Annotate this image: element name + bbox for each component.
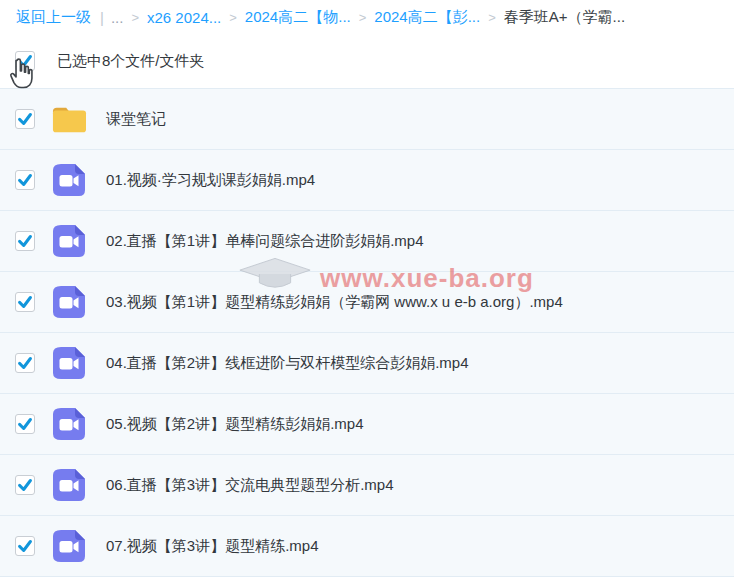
video-file-icon <box>48 162 90 198</box>
file-row[interactable]: 03.视频【第1讲】题型精练彭娟娟（学霸网 www.x u e-b a.org）… <box>0 272 734 333</box>
file-name: 03.视频【第1讲】题型精练彭娟娟（学霸网 www.x u e-b a.org）… <box>106 293 563 312</box>
checkmark-icon <box>16 52 34 70</box>
file-name: 07.视频【第3讲】题型精练.mp4 <box>106 537 319 556</box>
video-file-icon <box>48 528 90 564</box>
row-checkbox[interactable] <box>15 292 35 312</box>
row-checkbox[interactable] <box>15 109 35 129</box>
video-file-icon <box>48 406 90 442</box>
folder-icon <box>48 102 90 136</box>
breadcrumb-item-2[interactable]: 2024高二【物... <box>245 8 351 27</box>
file-row[interactable]: 课堂笔记 <box>0 89 734 150</box>
video-file-icon <box>48 467 90 503</box>
checkmark-icon <box>16 232 34 250</box>
breadcrumb-separator: > <box>488 10 496 25</box>
file-row[interactable]: 01.视频·学习规划课彭娟娟.mp4 <box>0 150 734 211</box>
file-name: 05.视频【第2讲】题型精练彭娟娟.mp4 <box>106 415 364 434</box>
video-file-icon <box>48 284 90 320</box>
video-file-icon <box>48 345 90 381</box>
file-name: 06.直播【第3讲】交流电典型题型分析.mp4 <box>106 476 394 495</box>
file-name: 02.直播【第1讲】单棒问题综合进阶彭娟娟.mp4 <box>106 232 424 251</box>
file-name: 01.视频·学习规划课彭娟娟.mp4 <box>106 171 315 190</box>
row-checkbox[interactable] <box>15 414 35 434</box>
row-checkbox[interactable] <box>15 475 35 495</box>
file-list: 课堂笔记 01.视频·学习规划课彭娟娟.mp4 <box>0 88 734 577</box>
breadcrumb-ellipsis[interactable]: ... <box>111 9 124 26</box>
file-name: 04.直播【第2讲】线框进阶与双杆模型综合彭娟娟.mp4 <box>106 354 469 373</box>
checkmark-icon <box>16 354 34 372</box>
select-all-checkbox[interactable] <box>15 51 35 71</box>
file-row[interactable]: 07.视频【第3讲】题型精练.mp4 <box>0 516 734 577</box>
checkmark-icon <box>16 537 34 555</box>
file-row[interactable]: 04.直播【第2讲】线框进阶与双杆模型综合彭娟娟.mp4 <box>0 333 734 394</box>
file-row[interactable]: 02.直播【第1讲】单棒问题综合进阶彭娟娟.mp4 <box>0 211 734 272</box>
breadcrumb-back-link[interactable]: 返回上一级 <box>16 8 91 27</box>
file-row[interactable]: 06.直播【第3讲】交流电典型题型分析.mp4 <box>0 455 734 516</box>
file-row[interactable]: 05.视频【第2讲】题型精练彭娟娟.mp4 <box>0 394 734 455</box>
row-checkbox[interactable] <box>15 170 35 190</box>
breadcrumb-item-3[interactable]: 2024高二【彭... <box>374 8 480 27</box>
checkmark-icon <box>16 293 34 311</box>
breadcrumb-current: 春季班A+（学霸... <box>504 8 625 27</box>
checkmark-icon <box>16 110 34 128</box>
row-checkbox[interactable] <box>15 353 35 373</box>
breadcrumb-pipe: | <box>100 9 104 26</box>
file-name: 课堂笔记 <box>106 110 166 129</box>
checkmark-icon <box>16 171 34 189</box>
breadcrumb-item-1[interactable]: x26 2024... <box>147 9 221 26</box>
breadcrumb-separator: > <box>229 10 237 25</box>
breadcrumb: 返回上一级 | ... > x26 2024... > 2024高二【物... … <box>0 0 734 34</box>
checkmark-icon <box>16 476 34 494</box>
checkmark-icon <box>16 415 34 433</box>
row-checkbox[interactable] <box>15 536 35 556</box>
selection-bar: 已选中8个文件/文件夹 <box>0 34 734 88</box>
selection-count-label: 已选中8个文件/文件夹 <box>57 52 205 71</box>
breadcrumb-separator: > <box>131 10 139 25</box>
breadcrumb-separator: > <box>359 10 367 25</box>
video-file-icon <box>48 223 90 259</box>
row-checkbox[interactable] <box>15 231 35 251</box>
